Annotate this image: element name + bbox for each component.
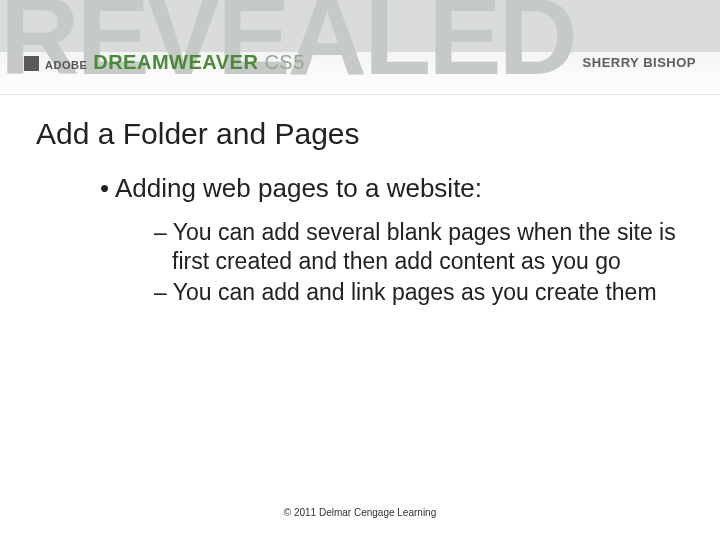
copyright-footer: © 2011 Delmar Cengage Learning bbox=[0, 507, 720, 518]
bullet-level1: Adding web pages to a website: bbox=[100, 173, 684, 204]
slide-content: Add a Folder and Pages Adding web pages … bbox=[0, 95, 720, 306]
bullet-level2: You can add several blank pages when the… bbox=[154, 218, 684, 276]
slide-banner: REVEALED ADOBE DREAMWEAVER CS5 SHERRY BI… bbox=[0, 0, 720, 95]
slide-title: Add a Folder and Pages bbox=[36, 117, 684, 151]
product-line: ADOBE DREAMWEAVER CS5 bbox=[24, 51, 305, 74]
adobe-label: ADOBE bbox=[45, 59, 87, 71]
bullet-level2: You can add and link pages as you create… bbox=[154, 278, 684, 307]
product-label: DREAMWEAVER bbox=[93, 51, 258, 74]
banner-bg-text: REVEALED bbox=[0, 0, 720, 99]
author-label: SHERRY BISHOP bbox=[583, 55, 696, 70]
adobe-logo-icon bbox=[24, 56, 39, 71]
version-label: CS5 bbox=[264, 51, 304, 74]
